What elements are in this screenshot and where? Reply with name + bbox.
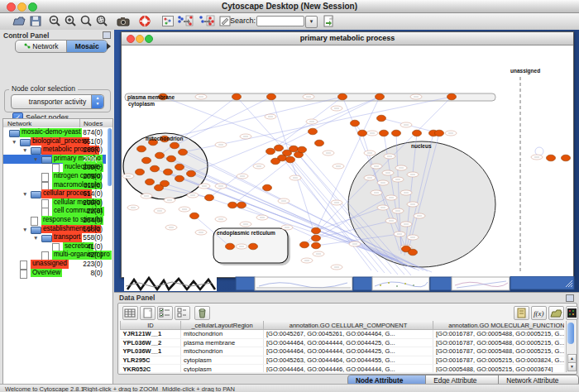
table-cell[interactable]: mitochondrion [181,330,264,339]
tree-row-transport[interactable]: ▼transport558(0) [3,233,106,242]
network-node[interactable] [358,130,367,136]
tree-row-establishment-of-lo[interactable]: ▼establishment of lo558(0) [3,225,106,234]
help-icon[interactable] [137,14,152,28]
tree-row-metabolic-process[interactable]: ▼metabolic process280(0) [3,146,106,155]
network-node[interactable] [377,115,386,122]
tree-row-primary-metabo[interactable]: ▼primary metabo209(... [3,155,106,164]
network-node[interactable] [447,93,457,100]
node-color-dropdown[interactable]: transporter activity ▲▼ [11,94,104,109]
network-node[interactable] [187,170,196,177]
network-node[interactable] [376,93,385,100]
search-dropdown-icon[interactable]: ▼ [305,16,318,28]
network-node[interactable] [267,93,276,100]
table-cell[interactable]: [GO:0016787, GO:0005488, GO:0005215, G..… [433,347,565,356]
layout-a-icon[interactable] [176,14,191,28]
network-node[interactable] [226,243,235,250]
network-node[interactable] [275,145,284,151]
attribute-table-icon[interactable] [122,306,138,320]
float-panel-icon[interactable] [103,31,111,39]
network-node[interactable] [392,130,401,136]
network-canvas[interactable]: plasma membranecytoplasmmitochondrionnuc… [122,45,572,275]
table-header-2[interactable]: annotation.GO CELLULAR_COMPONENT [264,321,433,330]
network-node[interactable] [286,156,295,163]
tab-mosaic[interactable]: Mosaic [66,41,107,52]
expander-icon[interactable]: ▼ [22,189,27,198]
zoom-out-icon[interactable] [48,14,63,28]
tree-row-multi-organism-pro[interactable]: multi-organism pro42(0) [3,251,106,260]
table-cell[interactable]: [GO:0016787, GO:0005488, GO:0005215, G..… [433,330,565,339]
network-node[interactable] [237,202,246,208]
network-node[interactable] [409,249,418,256]
network-node[interactable] [164,169,173,175]
table-cell[interactable]: cytoplasm [181,356,264,365]
network-node[interactable] [175,175,184,182]
network-node[interactable] [167,155,176,162]
network-node[interactable] [413,130,422,136]
table-cell[interactable]: [GO:0005488, GO:0005215, GO:0003674] [433,365,565,372]
table-cell[interactable]: YKR052C [121,365,181,372]
edge[interactable] [270,97,342,151]
network-node[interactable] [300,241,309,248]
table-cell[interactable]: cytoplasm [181,365,264,372]
self-loop-edge[interactable] [535,147,543,155]
attribute-matrix-icon[interactable] [566,306,578,320]
network-node[interactable] [170,142,179,149]
network-node[interactable] [175,164,184,170]
function-builder-icon[interactable]: f(x) [531,306,547,320]
network-node[interactable] [142,157,151,164]
network-node[interactable] [137,146,146,152]
network-node[interactable] [351,120,360,127]
tree-row-mosaic-demo-yeast[interactable]: mosaic-demo-yeast874(0) [3,128,106,137]
table-row[interactable]: YPL036W__1mitochondrion[GO:0044464, GO:0… [121,347,565,356]
table-header-0[interactable]: ID [121,321,181,330]
network-node[interactable] [312,242,321,249]
zoom-selected-icon[interactable] [95,14,110,28]
network-node[interactable] [179,149,188,155]
expander-icon[interactable]: ▼ [33,233,38,242]
table-cell[interactable]: YLR295C [121,356,181,365]
tree-row-unassigned[interactable]: unassigned223(0) [3,260,106,269]
expander-icon[interactable]: ▼ [22,225,27,234]
table-cell[interactable]: mitochondrion [181,347,264,356]
table-row[interactable]: YPL036W__2plasma membrane[GO:0044464, GO… [121,338,565,347]
table-cell[interactable]: YPL036W__2 [121,338,181,347]
network-node[interactable] [151,165,160,172]
open-file-icon[interactable] [12,14,26,28]
network-node[interactable] [298,146,307,153]
network-node[interactable] [312,227,321,234]
edit-attribute-icon[interactable] [514,306,529,320]
table-cell[interactable]: [GO:0045267, GO:0045261, GO:0044464, G..… [264,330,433,339]
delete-attribute-icon[interactable] [194,306,210,320]
table-row[interactable]: YJR121W__1mitochondrion[GO:0045267, GO:0… [121,330,565,339]
table-cell[interactable]: YPL036W__1 [121,347,181,356]
network-node[interactable] [249,243,258,250]
layout-b-icon[interactable] [198,14,213,28]
table-scrollbar[interactable]: ▲ ▼ [566,321,576,372]
network-node[interactable] [266,148,275,155]
search-input[interactable] [256,16,304,26]
table-cell[interactable]: [GO:0044464, GO:0044444, GO:0044425, G..… [264,347,433,356]
tree-scrollbar[interactable] [108,128,112,186]
table-cell[interactable]: [GO:0044464, GO:0044444, GO:0044425, G..… [264,338,433,347]
unselect-attributes-icon[interactable] [175,306,190,320]
tree-row-nucleobase-[interactable]: nucleobase-209(0) [3,163,106,172]
table-cell[interactable]: YJR121W__1 [121,330,181,339]
network-node[interactable] [435,130,444,136]
select-attributes-icon[interactable] [157,306,173,320]
network-node[interactable] [205,194,214,201]
network-node[interactable] [263,184,272,191]
network-node[interactable] [228,202,237,208]
zoom-fit-icon[interactable] [79,14,94,28]
expander-icon[interactable]: ▼ [12,137,17,146]
scrollbar-thumb[interactable] [567,323,574,344]
tree-row-biological-process[interactable]: ▼biological_process651(0) [3,137,106,146]
new-attribute-icon[interactable] [140,306,156,320]
tree-row-overview[interactable]: Overview8(0) [3,269,106,278]
overview-icon[interactable] [160,14,175,28]
tree-row-secretion[interactable]: secretion41(0) [3,242,106,251]
network-node[interactable] [562,155,571,161]
tree-row-response-to-stimulu[interactable]: response to stimulu264(0) [3,216,106,225]
table-header-3[interactable]: annotation.GO MOLECULAR_FUNCTION [433,321,565,330]
tab-network[interactable]: Network [16,41,66,52]
network-node[interactable] [156,152,165,159]
